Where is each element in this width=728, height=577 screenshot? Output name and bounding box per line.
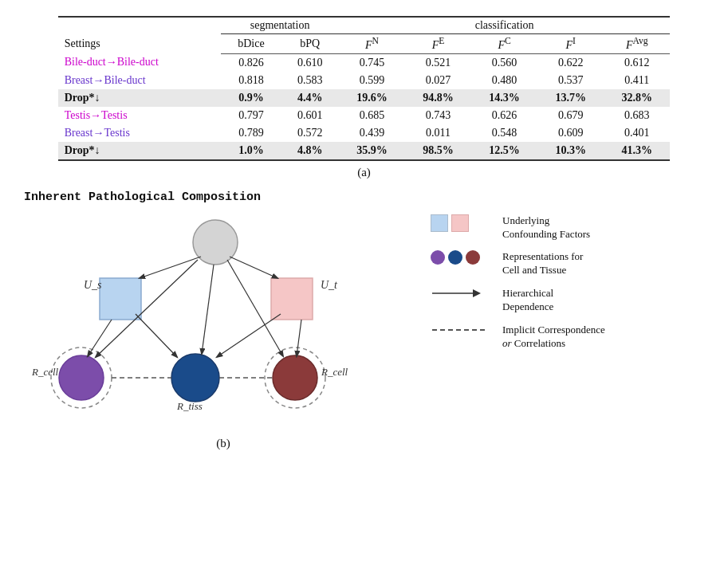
legend-symbols-2	[431, 250, 494, 265]
fe-header: FE	[405, 34, 471, 54]
svg-line-16	[202, 265, 214, 354]
favg-header: FAvg	[604, 34, 670, 54]
table-caption: (a)	[24, 166, 704, 179]
classification-header: classification	[339, 17, 670, 34]
purple-dot-icon	[431, 250, 445, 265]
row-v4: 0.743	[405, 107, 471, 124]
results-table: Settings segmentation classification bDi…	[58, 16, 671, 161]
row-v1: 0.9%	[221, 89, 281, 107]
row-settings: Breast→Bile-duct	[58, 72, 222, 89]
segmentation-header: segmentation	[221, 17, 339, 34]
row-v4: 98.5%	[405, 142, 471, 160]
row-v2: 0.601	[281, 107, 339, 124]
svg-point-5	[59, 355, 104, 400]
darkblue-dot-icon	[448, 250, 462, 265]
diagram-svg: U_s U_t R_cell R_tiss	[24, 210, 407, 434]
row-v4: 0.011	[405, 124, 471, 142]
svg-rect-1	[100, 278, 141, 320]
svg-text:R_tiss: R_tiss	[176, 400, 203, 412]
row-v1: 0.826	[221, 53, 281, 72]
blue-square-icon	[431, 214, 448, 232]
bdice-header: bDice	[221, 34, 281, 54]
row-v4: 0.521	[405, 53, 471, 72]
row-v6: 0.622	[537, 53, 604, 72]
row-v2: 4.4%	[281, 89, 339, 107]
row-v1: 0.818	[221, 72, 281, 89]
row-v2: 0.572	[281, 124, 339, 142]
row-v5: 0.480	[471, 72, 537, 89]
row-v7: 0.401	[604, 124, 670, 142]
row-v6: 0.537	[537, 72, 604, 89]
legend-symbols-1	[431, 214, 494, 232]
row-v3: 0.685	[339, 107, 405, 124]
table-row: Breast→Testis 0.789 0.572 0.439 0.011 0.…	[58, 124, 671, 142]
svg-text:R_cell: R_cell	[31, 366, 59, 378]
svg-line-19	[136, 314, 177, 357]
row-v1: 1.0%	[221, 142, 281, 160]
row-settings: Drop*↓	[58, 142, 222, 160]
legend-text-4: Implicit Correspondenceor Correlations	[502, 324, 605, 351]
row-v6: 0.609	[537, 124, 604, 142]
row-settings: Testis→Testis	[58, 107, 222, 124]
row-v2: 0.583	[281, 72, 339, 89]
legend-text-3: HierarchicalDependence	[502, 287, 553, 314]
row-settings: Drop*↓	[58, 89, 222, 107]
row-v7: 0.411	[604, 72, 670, 89]
svg-point-0	[193, 220, 238, 265]
legend-item-4: Implicit Correspondenceor Correlations	[431, 324, 704, 351]
row-settings: Bile-duct→Bile-duct	[58, 53, 222, 72]
row-v6: 0.679	[537, 107, 604, 124]
svg-text:U_t: U_t	[321, 279, 338, 291]
brown-dot-icon	[466, 250, 480, 265]
legend-item-2: Representations forCell and Tissue	[431, 250, 704, 277]
bpq-header: bPQ	[281, 34, 339, 54]
row-v3: 0.599	[339, 72, 405, 89]
arrow-svg	[431, 287, 486, 300]
row-settings: Breast→Testis	[58, 124, 222, 142]
row-v2: 4.8%	[281, 142, 339, 160]
svg-line-13	[140, 257, 201, 278]
row-v3: 0.745	[339, 53, 405, 72]
row-v4: 0.027	[405, 72, 471, 89]
row-v3: 19.6%	[339, 89, 405, 107]
row-v4: 94.8%	[405, 89, 471, 107]
svg-line-14	[230, 257, 277, 278]
pink-square-icon	[451, 214, 469, 232]
row-v7: 32.8%	[604, 89, 670, 107]
row-v5: 0.548	[471, 124, 537, 142]
row-v1: 0.797	[221, 107, 281, 124]
diagram-caption: (b)	[24, 437, 423, 450]
legend-item-3: HierarchicalDependence	[431, 287, 704, 314]
row-v5: 14.3%	[471, 89, 537, 107]
row-v7: 0.612	[604, 53, 670, 72]
row-v3: 35.9%	[339, 142, 405, 160]
settings-header: Settings	[58, 17, 222, 53]
legend-text-2: Representations forCell and Tissue	[502, 250, 583, 277]
row-v3: 0.439	[339, 124, 405, 142]
row-v7: 41.3%	[604, 142, 670, 160]
diagram-canvas: U_s U_t R_cell R_tiss	[24, 210, 407, 434]
row-v2: 0.610	[281, 53, 339, 72]
fi-header: FI	[537, 34, 604, 54]
svg-point-8	[171, 354, 219, 402]
table-row: Testis→Testis 0.797 0.601 0.685 0.743 0.…	[58, 107, 671, 124]
table-section: Settings segmentation classification bDi…	[24, 16, 704, 179]
row-v1: 0.789	[221, 124, 281, 142]
arrow-legend-icon	[431, 287, 494, 300]
table-row: Breast→Bile-duct 0.818 0.583 0.599 0.027…	[58, 72, 671, 89]
table-row: Drop*↓ 1.0% 4.8% 35.9% 98.5% 12.5% 10.3%…	[58, 142, 671, 160]
fn-header: FN	[339, 34, 405, 54]
svg-rect-3	[271, 278, 313, 320]
row-v6: 10.3%	[537, 142, 604, 160]
row-v6: 13.7%	[537, 89, 604, 107]
legend-panel: UnderlyingConfounding Factors Representa…	[431, 190, 704, 450]
diagram-left: Inherent Pathological Composition U_s U_…	[24, 190, 423, 450]
diagram-section: Inherent Pathological Composition U_s U_…	[24, 190, 704, 450]
svg-text:R_cell: R_cell	[321, 366, 348, 378]
legend-text-1: UnderlyingConfounding Factors	[502, 214, 590, 241]
row-v7: 0.683	[604, 107, 670, 124]
svg-point-10	[273, 355, 317, 400]
svg-line-21	[297, 320, 301, 356]
row-v5: 0.560	[471, 53, 537, 72]
table-row: Drop*↓ 0.9% 4.4% 19.6% 94.8% 14.3% 13.7%…	[58, 89, 671, 107]
